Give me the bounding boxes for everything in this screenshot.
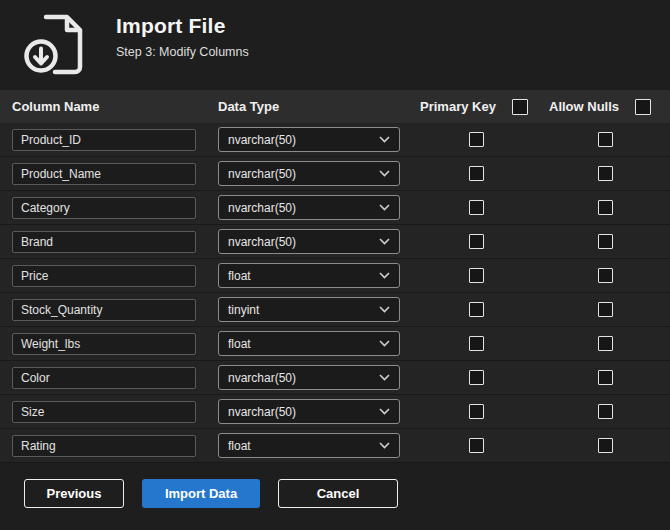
allow-nulls-checkbox[interactable]: [598, 132, 613, 147]
data-type-select[interactable]: float: [218, 331, 400, 356]
data-type-select[interactable]: nvarchar(50): [218, 229, 400, 254]
column-name-input[interactable]: [12, 163, 196, 185]
table-row: nvarchar(50): [0, 225, 670, 259]
allow-nulls-checkbox[interactable]: [598, 438, 613, 453]
allow-nulls-header: Allow Nulls: [541, 99, 670, 115]
table-row: nvarchar(50): [0, 191, 670, 225]
table-row: float: [0, 259, 670, 293]
column-name-input[interactable]: [12, 401, 196, 423]
import-data-button[interactable]: Import Data: [142, 479, 260, 508]
allow-nulls-checkbox[interactable]: [598, 302, 613, 317]
data-type-select[interactable]: nvarchar(50): [218, 161, 400, 186]
data-type-value: nvarchar(50): [228, 133, 296, 147]
data-type-value: float: [228, 439, 251, 453]
primary-key-checkbox[interactable]: [469, 404, 484, 419]
data-type-select[interactable]: float: [218, 433, 400, 458]
column-name-input[interactable]: [12, 367, 196, 389]
chevron-down-icon: [379, 442, 390, 449]
primary-key-checkbox[interactable]: [469, 370, 484, 385]
chevron-down-icon: [379, 408, 390, 415]
primary-key-checkbox[interactable]: [469, 234, 484, 249]
column-name-input[interactable]: [12, 231, 196, 253]
allow-nulls-checkbox[interactable]: [598, 200, 613, 215]
chevron-down-icon: [379, 170, 390, 177]
table-row: tinyint: [0, 293, 670, 327]
data-type-value: nvarchar(50): [228, 235, 296, 249]
primary-key-header: Primary Key: [412, 99, 541, 115]
primary-key-checkbox[interactable]: [469, 166, 484, 181]
table-row: float: [0, 327, 670, 361]
primary-key-checkbox[interactable]: [469, 132, 484, 147]
table-row: float: [0, 429, 670, 463]
data-type-value: nvarchar(50): [228, 405, 296, 419]
primary-key-checkbox[interactable]: [469, 200, 484, 215]
table-header: Column Name Data Type Primary Key Allow …: [0, 90, 670, 123]
previous-button[interactable]: Previous: [24, 479, 124, 508]
import-file-dialog: Import File Step 3: Modify Columns Colum…: [0, 0, 670, 508]
chevron-down-icon: [379, 136, 390, 143]
primary-key-checkbox[interactable]: [469, 302, 484, 317]
allow-nulls-checkbox[interactable]: [598, 234, 613, 249]
allow-nulls-header-label: Allow Nulls: [549, 99, 619, 114]
primary-key-checkbox[interactable]: [469, 268, 484, 283]
allow-nulls-checkbox[interactable]: [598, 166, 613, 181]
chevron-down-icon: [379, 306, 390, 313]
allow-nulls-checkbox[interactable]: [598, 404, 613, 419]
data-type-select[interactable]: float: [218, 263, 400, 288]
column-name-input[interactable]: [12, 265, 196, 287]
allow-nulls-checkbox[interactable]: [598, 336, 613, 351]
allow-nulls-checkbox[interactable]: [598, 370, 613, 385]
chevron-down-icon: [379, 238, 390, 245]
data-type-select[interactable]: nvarchar(50): [218, 399, 400, 424]
import-file-icon: [22, 12, 94, 78]
chevron-down-icon: [379, 272, 390, 279]
table-row: nvarchar(50): [0, 123, 670, 157]
data-type-value: nvarchar(50): [228, 201, 296, 215]
cancel-button[interactable]: Cancel: [278, 479, 398, 508]
dialog-header: Import File Step 3: Modify Columns: [0, 0, 670, 90]
primary-key-checkbox[interactable]: [469, 438, 484, 453]
table-row: nvarchar(50): [0, 157, 670, 191]
data-type-value: nvarchar(50): [228, 167, 296, 181]
table-row: nvarchar(50): [0, 395, 670, 429]
header-titles: Import File Step 3: Modify Columns: [116, 10, 249, 59]
column-name-input[interactable]: [12, 435, 196, 457]
table-row: nvarchar(50): [0, 361, 670, 395]
primary-key-checkbox[interactable]: [469, 336, 484, 351]
allow-nulls-select-all-checkbox[interactable]: [635, 99, 651, 115]
chevron-down-icon: [379, 340, 390, 347]
data-type-value: float: [228, 337, 251, 351]
column-name-input[interactable]: [12, 299, 196, 321]
data-type-value: tinyint: [228, 303, 259, 317]
table-body: nvarchar(50)nvarchar(50)nvarchar(50)nvar…: [0, 123, 670, 463]
data-type-select[interactable]: nvarchar(50): [218, 127, 400, 152]
column-name-input[interactable]: [12, 333, 196, 355]
primary-key-header-label: Primary Key: [420, 99, 496, 114]
page-title: Import File: [116, 14, 249, 38]
data-type-select[interactable]: nvarchar(50): [218, 365, 400, 390]
dialog-footer: Previous Import Data Cancel: [0, 463, 670, 508]
column-name-header: Column Name: [0, 99, 206, 114]
column-name-input[interactable]: [12, 197, 196, 219]
chevron-down-icon: [379, 374, 390, 381]
primary-key-select-all-checkbox[interactable]: [512, 99, 528, 115]
data-type-value: nvarchar(50): [228, 371, 296, 385]
data-type-select[interactable]: nvarchar(50): [218, 195, 400, 220]
data-type-select[interactable]: tinyint: [218, 297, 400, 322]
step-subtitle: Step 3: Modify Columns: [116, 45, 249, 59]
chevron-down-icon: [379, 204, 390, 211]
column-name-input[interactable]: [12, 129, 196, 151]
data-type-value: float: [228, 269, 251, 283]
allow-nulls-checkbox[interactable]: [598, 268, 613, 283]
data-type-header: Data Type: [206, 99, 412, 114]
